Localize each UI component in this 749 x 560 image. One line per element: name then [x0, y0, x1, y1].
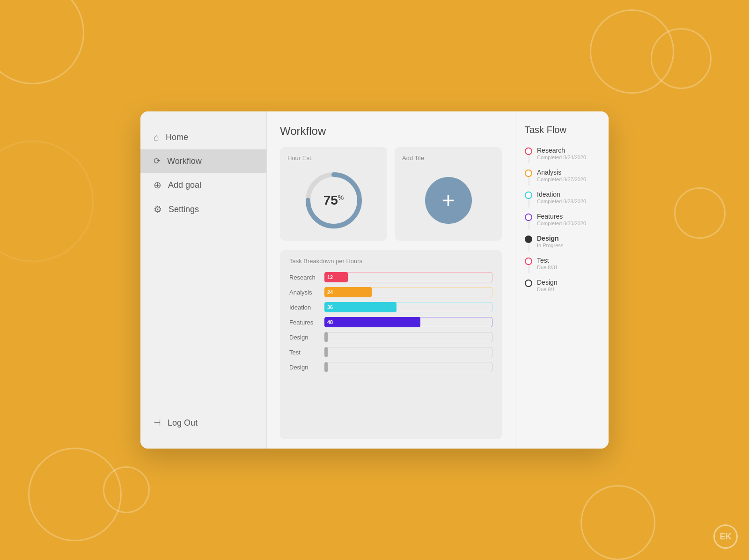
flow-item-name: Design — [537, 279, 599, 286]
flow-item: TestDue 8/31 — [525, 257, 599, 270]
flow-info: ResearchCompleted 8/24/2020 — [537, 147, 599, 160]
settings-icon: ⚙ — [154, 204, 162, 215]
flow-info: DesignIn Progress — [537, 235, 599, 248]
flow-item: DesignDue 9/1 — [525, 279, 599, 292]
flow-item-status: Completed 8/28/2020 — [537, 199, 599, 204]
bar-row: Analysis24 — [289, 287, 492, 297]
bar-fill: 36 — [324, 302, 397, 312]
flow-item: AnalysisCompleted 8/27/2020 — [525, 169, 599, 182]
sidebar-item-add-goal[interactable]: ⊕ Add goal — [140, 173, 266, 197]
plus-icon: + — [441, 189, 455, 212]
sidebar-item-logout[interactable]: ⊣ Log Out — [140, 411, 266, 435]
flow-item-status: In Progress — [537, 243, 599, 248]
flow-item-status: Due 8/31 — [537, 265, 599, 270]
bar-outline — [324, 362, 492, 372]
sidebar-item-workflow[interactable]: ⟳ Workflow — [140, 149, 266, 173]
flow-item-name: Analysis — [537, 169, 599, 176]
sidebar-item-workflow-label: Workflow — [167, 156, 202, 166]
bar-track: 36 — [324, 302, 492, 312]
add-tile-button[interactable]: + — [425, 177, 472, 224]
donut-chart: 75% — [301, 168, 367, 233]
main-content: Workflow Hour Est. 75% — [267, 111, 515, 449]
app-window: ⌂ Home ⟳ Workflow ⊕ Add goal ⚙ Settings … — [140, 111, 609, 449]
bar-row-label: Analysis — [289, 289, 320, 296]
sidebar-item-home-label: Home — [166, 133, 188, 142]
sidebar-item-add-goal-label: Add goal — [168, 180, 201, 190]
flow-item: FeaturesCompleted 8/30/2020 — [525, 213, 599, 226]
flow-dot — [525, 236, 532, 243]
page-title: Workflow — [280, 125, 502, 138]
flow-items-container: ResearchCompleted 8/24/2020AnalysisCompl… — [525, 147, 599, 301]
flow-item-status: Due 9/1 — [537, 287, 599, 292]
bar-row-label: Ideation — [289, 304, 320, 311]
watermark: EK — [713, 524, 738, 549]
task-flow-title: Task Flow — [525, 125, 599, 135]
bar-rows-container: Research12Analysis24Ideation36Features48… — [289, 272, 492, 372]
bar-track — [324, 347, 492, 357]
bar-row-label: Design — [289, 334, 320, 341]
flow-connector — [529, 155, 529, 163]
donut-value: 75% — [323, 193, 344, 208]
flow-connector — [529, 243, 529, 251]
logout-icon: ⊣ — [154, 418, 161, 428]
sidebar-item-settings-label: Settings — [169, 205, 199, 214]
flow-info: TestDue 8/31 — [537, 257, 599, 270]
add-tile[interactable]: Add Tile + — [395, 147, 502, 241]
flow-dot — [525, 258, 532, 265]
bar-row: Test — [289, 347, 492, 357]
bar-row-label: Test — [289, 349, 320, 356]
task-flow-panel: Task Flow ResearchCompleted 8/24/2020Ana… — [515, 111, 609, 449]
flow-item-status: Completed 8/30/2020 — [537, 221, 599, 226]
flow-item-name: Ideation — [537, 191, 599, 198]
bar-row: Ideation36 — [289, 302, 492, 312]
add-goal-icon: ⊕ — [154, 179, 162, 191]
flow-connector — [529, 199, 529, 207]
bar-fill: 24 — [324, 287, 372, 297]
hour-est-tile: Hour Est. 75% — [280, 147, 387, 241]
sidebar: ⌂ Home ⟳ Workflow ⊕ Add goal ⚙ Settings … — [140, 111, 267, 449]
workflow-icon: ⟳ — [154, 156, 161, 166]
bar-track — [324, 332, 492, 342]
flow-item: IdeationCompleted 8/28/2020 — [525, 191, 599, 204]
flow-dot — [525, 147, 532, 155]
flow-info: AnalysisCompleted 8/27/2020 — [537, 169, 599, 182]
flow-dot — [525, 192, 532, 199]
bar-outline — [324, 272, 492, 282]
flow-dot — [525, 280, 532, 287]
flow-dot — [525, 214, 532, 221]
breakdown-card: Task Breakdown per Hours Research12Analy… — [280, 250, 502, 439]
bar-row: Design — [289, 362, 492, 372]
breakdown-title: Task Breakdown per Hours — [289, 258, 492, 265]
flow-item-name: Test — [537, 257, 599, 264]
flow-info: FeaturesCompleted 8/30/2020 — [537, 213, 599, 226]
flow-item-status: Completed 8/27/2020 — [537, 177, 599, 182]
bar-fill: 12 — [324, 272, 348, 282]
flow-dot — [525, 169, 532, 177]
bar-row-label: Design — [289, 364, 320, 371]
add-tile-label: Add Tile — [402, 155, 494, 162]
bar-fill — [324, 332, 328, 342]
bar-track: 12 — [324, 272, 492, 282]
bar-fill — [324, 347, 328, 357]
flow-info: IdeationCompleted 8/28/2020 — [537, 191, 599, 204]
bar-fill: 48 — [324, 317, 420, 327]
tiles-row: Hour Est. 75% — [280, 147, 502, 241]
sidebar-item-home[interactable]: ⌂ Home — [140, 125, 266, 149]
bar-track: 48 — [324, 317, 492, 327]
bar-row: Features48 — [289, 317, 492, 327]
flow-item-name: Research — [537, 147, 599, 154]
sidebar-item-settings[interactable]: ⚙ Settings — [140, 197, 266, 221]
bar-row-label: Features — [289, 319, 320, 326]
sidebar-item-logout-label: Log Out — [168, 418, 198, 428]
flow-connector — [529, 177, 529, 185]
bar-row-label: Research — [289, 274, 320, 281]
flow-info: DesignDue 9/1 — [537, 279, 599, 292]
flow-item-name: Features — [537, 213, 599, 220]
bar-outline — [324, 332, 492, 342]
bar-row: Research12 — [289, 272, 492, 282]
bar-outline — [324, 347, 492, 357]
flow-item-status: Completed 8/24/2020 — [537, 155, 599, 160]
flow-item-name: Design — [537, 235, 599, 242]
hour-est-label: Hour Est. — [287, 155, 380, 162]
bar-fill — [324, 362, 328, 372]
